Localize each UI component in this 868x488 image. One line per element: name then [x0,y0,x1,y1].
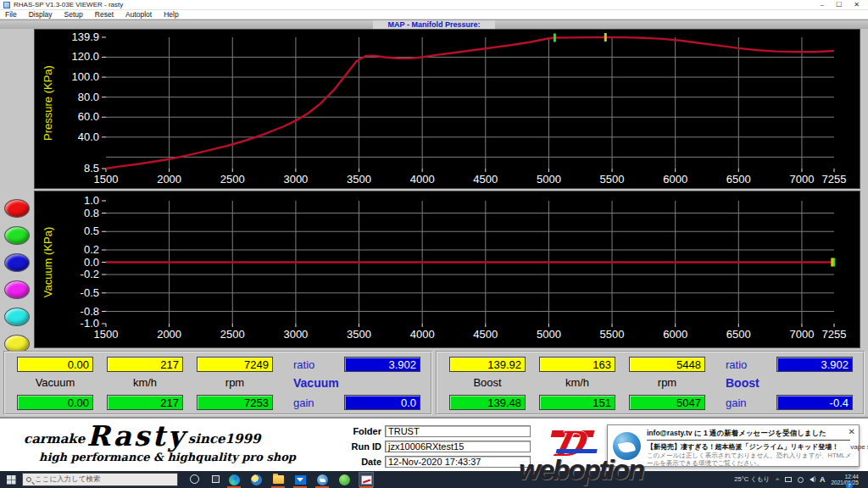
window-titlebar: RHAS-SP V1.3-03E VIEWER - rasty – ☐ ✕ [0,0,868,10]
vacuum-ratio-label: ratio [293,358,314,371]
kmh-unit-label: km/h [107,376,183,389]
svg-text:6500: 6500 [726,328,751,341]
vacuum-cursor1-speed: 217 [107,357,183,372]
trace-button-cyan[interactable] [4,308,30,326]
svg-text:7000: 7000 [789,173,814,186]
notification-body: このメールは正しく表示されておりません。恐れ入りますが、HTMLメールを表示でき… [647,452,854,468]
status-tray-icon[interactable] [798,477,804,483]
date-label: Date [341,457,381,467]
rpm-unit-label: rpm [629,376,705,389]
windows-taskbar: ここに入力して検索 25°C くもり ^ A 12:44 2021/06/25 [0,471,868,488]
tray-overflow-chevron-icon[interactable]: ^ [776,476,779,484]
taskbar-clock[interactable]: 12:44 2021/06/25 [831,474,859,486]
pressure-chart-panel: 1500200025003000350040004500500055006000… [34,29,860,189]
menu-help[interactable]: Help [164,10,178,19]
vacuum-cursor2-rpm: 7253 [197,395,273,410]
rhas-viewer-taskbar-icon[interactable] [359,473,373,486]
cortana-icon[interactable] [190,474,199,484]
boost-cursor1-speed: 163 [539,357,615,372]
svg-text:2000: 2000 [157,328,181,341]
svg-text:6500: 6500 [726,173,751,186]
svg-text:0.8: 0.8 [84,207,99,219]
trace-button-blue[interactable] [4,253,30,272]
boost-cursor2-value: 139.48 [449,395,526,410]
brand-tagline: high performance & highquality pro shop [39,451,320,463]
svg-text:0.5: 0.5 [84,225,99,237]
run-info-fields: Folder TRUST Run ID jzx10006RXtest15 Dat… [341,425,531,471]
svg-text:-1.0: -1.0 [81,317,99,330]
start-button-icon[interactable] [7,475,11,480]
boost-cursor1-rpm: 5448 [629,357,705,372]
ime-mode-icon[interactable]: A [820,475,826,484]
thunderbird-taskbar-icon[interactable] [315,473,329,486]
vacuum-chart: 1500200025003000350040004500500055006000… [35,191,860,347]
mail-notification-popup[interactable]: info@rasty.tv に 1 通の新着メッセージを受信しました ✕ 【新発… [607,424,860,467]
svg-text:4000: 4000 [410,173,435,186]
svg-text:4000: 4000 [410,328,435,341]
volume-icon[interactable] [810,477,814,482]
vacuum-cursor1-rpm: 7249 [197,357,273,372]
svg-text:0.2: 0.2 [84,243,99,256]
notification-subject: 【新発売】凄すぎる！超本格派「ジンライム」リキッド登場！ [647,443,838,451]
close-button[interactable]: ✕ [854,1,860,8]
vacuum-unit-label: Vacuum [17,376,93,389]
svg-text:-0.8: -0.8 [81,305,99,318]
svg-text:120.0: 120.0 [71,50,99,63]
boost-cursor2-speed: 151 [539,395,615,410]
svg-text:7255: 7255 [822,328,847,341]
vacuum-readout-group: 0.00 217 7249 ratio 3.902 Vacuum km/h rp… [3,351,432,415]
trace-button-green[interactable] [4,226,30,245]
folder-field[interactable]: TRUST [385,425,531,437]
svg-text:7255: 7255 [822,173,847,186]
weather-widget[interactable]: 25°C くもり [734,475,770,484]
green-app-taskbar-icon[interactable] [337,473,351,486]
svg-text:Pressure (KPa): Pressure (KPa) [42,65,54,141]
taskbar-search-input[interactable]: ここに入力して検索 [22,473,178,486]
svg-text:1500: 1500 [94,328,119,341]
notification-count-badge: 7 [846,482,853,488]
runid-field[interactable]: jzx10006RXtest15 [385,441,531,452]
pressure-chart: 1500200025003000350040004500500055006000… [35,30,860,190]
minimize-button[interactable]: – [821,1,824,8]
search-placeholder: ここに入力して検索 [35,474,101,485]
svg-text:5500: 5500 [600,328,625,341]
trace-button-red[interactable] [4,199,30,218]
boost-gain-value: -0.4 [776,395,853,410]
svg-text:Vacuum (KPa): Vacuum (KPa) [42,227,54,298]
menu-file[interactable]: File [5,10,17,19]
svg-text:4500: 4500 [473,173,498,186]
runid-label: Run ID [341,441,381,452]
mail-taskbar-icon[interactable] [293,473,307,486]
desktop-screen: RHAS-SP V1.3-03E VIEWER - rasty – ☐ ✕ Fi… [0,0,868,488]
trace-color-buttons [3,197,31,354]
menu-setup[interactable]: Setup [64,10,83,19]
trace-button-magenta[interactable] [4,280,30,299]
svg-text:100.0: 100.0 [71,70,99,83]
svg-text:0.0: 0.0 [84,256,99,269]
brand-prefix: carmake [24,431,85,449]
brand-name: Rasty [86,424,186,449]
svg-text:139.9: 139.9 [71,30,99,43]
menu-autoplot[interactable]: Autoplot [125,10,152,19]
search-icon [26,477,31,482]
svg-text:2500: 2500 [220,328,245,341]
vacuum-cursor1-value: 0.00 [17,357,93,372]
notification-close-icon[interactable]: ✕ [849,427,855,436]
menu-display[interactable]: Display [29,10,53,19]
boost-cursor2-rpm: 5047 [629,395,705,410]
boost-ratio-value: 3.902 [776,357,853,372]
date-field[interactable]: 12-Nov-2020 17:43:37 [385,456,531,468]
display-tray-icon[interactable] [785,477,792,482]
maximize-button[interactable]: ☐ [836,1,842,8]
browser-globe-taskbar-icon[interactable] [249,473,263,486]
app-icon [3,2,10,8]
menu-reset[interactable]: Reset [95,10,114,19]
edge-taskbar-icon[interactable] [227,473,241,486]
svg-text:3500: 3500 [347,328,371,341]
file-explorer-taskbar-icon[interactable] [271,473,285,486]
vacuum-group-label: Vacuum [293,376,339,390]
task-view-icon[interactable] [212,475,220,483]
menu-bar: File Display Setup Reset Autoplot Help [0,10,868,19]
folder-label: Folder [341,426,381,436]
vacuum-chart-panel: 1500200025003000350040004500500055006000… [34,191,860,348]
